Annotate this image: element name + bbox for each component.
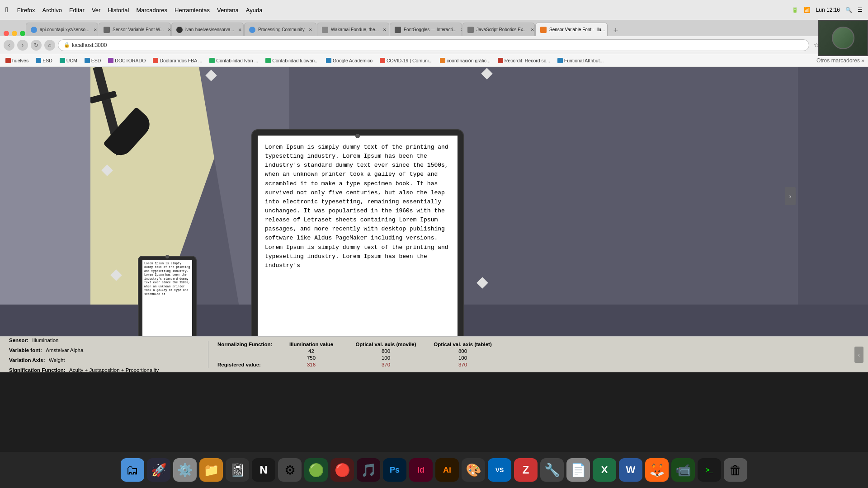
bookmark-1[interactable]: ESD: [34, 57, 54, 64]
info-bar-arrow[interactable]: ‹: [854, 347, 863, 363]
dock-word[interactable]: W: [619, 458, 642, 482]
bookmark-label-6: Contabilidad Iván ...: [216, 58, 258, 63]
lock-icon: 🔒: [64, 42, 70, 48]
minimize-button[interactable]: [12, 31, 17, 36]
bookmark-0[interactable]: huelves: [4, 57, 30, 64]
signification-value: Acuity + Juxtaposition + Proportionality: [69, 367, 159, 373]
dock-illustrator[interactable]: Ai: [435, 458, 459, 482]
bookmark-label-2: UCM: [66, 58, 77, 63]
dock-trash[interactable]: 🗑: [724, 458, 747, 482]
dock-system-prefs[interactable]: ⚙️: [173, 458, 197, 482]
bookmark-label-1: ESD: [42, 58, 52, 63]
forward-button[interactable]: ›: [17, 40, 28, 51]
tab-3[interactable]: Processing Community ✕: [244, 23, 316, 36]
bookmark-12[interactable]: Funtional Attribut...: [556, 57, 606, 64]
info-right: Normalizing Function: Illumination value…: [217, 342, 500, 367]
tab-close-4[interactable]: ✕: [382, 27, 388, 33]
tab-0[interactable]: api.countapi.xyz/senso... ✕: [26, 23, 98, 36]
tab-label-0: api.countapi.xyz/senso...: [40, 27, 90, 32]
variable-font-label: Variable font:: [9, 347, 42, 353]
menu-historial[interactable]: Historial: [108, 7, 129, 14]
menu-ayuda[interactable]: Ayuda: [246, 7, 263, 14]
new-tab-button[interactable]: +: [610, 24, 622, 36]
tab-close-1[interactable]: ✕: [166, 27, 171, 33]
bookmark-8[interactable]: Google Académico: [324, 57, 374, 64]
info-table-row2: 750 100 100: [217, 355, 500, 361]
dock-photoshop[interactable]: Ps: [383, 458, 406, 482]
bookmark-6[interactable]: Contabilidad Iván ...: [208, 57, 260, 64]
menu-icon[interactable]: ☰: [858, 7, 863, 13]
dock-app8[interactable]: 🟢: [304, 458, 328, 482]
tab-close-2[interactable]: ✕: [237, 27, 243, 33]
dock-launchpad[interactable]: 🚀: [147, 458, 170, 482]
maximize-button[interactable]: [20, 31, 25, 36]
dock-excel[interactable]: X: [593, 458, 616, 482]
bookmarks-more[interactable]: Otros marcadores »: [816, 57, 864, 64]
dock-vscode[interactable]: VS: [488, 458, 511, 482]
dock-notes[interactable]: 📓: [226, 458, 249, 482]
dock-music[interactable]: 🎵: [357, 458, 380, 482]
dock-app9[interactable]: 🔴: [330, 458, 354, 482]
tab-close-0[interactable]: ✕: [92, 27, 98, 33]
bookmark-10[interactable]: coordinación gráfic...: [438, 57, 492, 64]
dock-terminal[interactable]: >_: [698, 458, 721, 482]
sensor-row: Sensor: Illumination: [9, 336, 199, 344]
bookmark-2[interactable]: UCM: [58, 57, 79, 64]
browser-content: Lorem Ipsum is simply dummy text of the …: [0, 67, 868, 336]
search-icon[interactable]: 🔍: [845, 7, 852, 13]
tab-favicon-7: [540, 27, 547, 33]
tab-favicon-2: [176, 27, 183, 33]
menu-editar[interactable]: Editar: [69, 7, 85, 14]
dock-indesign[interactable]: Id: [409, 458, 433, 482]
menu-herramientas[interactable]: Herramientas: [175, 7, 210, 14]
dock-app17[interactable]: 🔧: [540, 458, 564, 482]
bookmark-favicon-6: [209, 58, 215, 63]
bookmark-favicon-10: [440, 58, 445, 63]
menu-firefox[interactable]: Firefox: [17, 7, 35, 14]
left-wall: [0, 67, 90, 336]
webcam-overlay: [818, 20, 868, 56]
dock-finder[interactable]: 🗂: [121, 458, 144, 482]
next-button[interactable]: ›: [785, 187, 796, 205]
tab-4[interactable]: Wakamai Fondue, the... ✕: [317, 23, 389, 36]
menu-ventana[interactable]: Ventana: [217, 7, 239, 14]
dock-app7[interactable]: ⚙: [278, 458, 302, 482]
tablet-small-text: Lorem Ipsum is simply dummy text of the …: [144, 262, 190, 296]
menu-archivo[interactable]: Archivo: [42, 7, 62, 14]
tab-2[interactable]: ivan-huelves/sensorva... ✕: [171, 23, 244, 36]
tab-1[interactable]: Sensor Variable Font W... ✕: [99, 23, 171, 36]
menu-marcadores[interactable]: Marcadores: [136, 7, 167, 14]
menu-ver[interactable]: Ver: [92, 7, 101, 14]
bookmark-4[interactable]: DOCTORADO: [106, 57, 147, 64]
close-button[interactable]: [4, 31, 9, 36]
tab-close-6[interactable]: ✕: [529, 27, 535, 33]
bookmark-9[interactable]: COVID-19 | Comuni...: [378, 57, 434, 64]
dock-app4[interactable]: 📁: [199, 458, 223, 482]
reload-button[interactable]: ↻: [31, 40, 42, 51]
tab-close-3[interactable]: ✕: [307, 27, 314, 33]
bookmark-3[interactable]: ESD: [83, 57, 103, 64]
tab-6[interactable]: JavaScript Robotics Ex... ✕: [462, 23, 535, 36]
tab-7[interactable]: Sensor Variable Font - Illu... ✕: [535, 23, 608, 36]
bookmark-5[interactable]: Doctorandos FBA ...: [151, 57, 204, 64]
tab-5[interactable]: FontGoggles — Interacti... ✕: [390, 23, 462, 36]
dock-app16[interactable]: Z: [514, 458, 538, 482]
info-bar: Sensor: Illumination Variable font: Amst…: [0, 336, 868, 372]
dock-files[interactable]: 📄: [566, 458, 590, 482]
dock-app14[interactable]: 🎨: [462, 458, 485, 482]
dock-facetime[interactable]: 📹: [671, 458, 695, 482]
dock-notion[interactable]: N: [252, 458, 275, 482]
bookmark-7[interactable]: Contabilidad lucivan...: [264, 57, 321, 64]
info-table-row1: 42 800 800: [217, 348, 500, 354]
tab-close-5[interactable]: ✕: [459, 27, 462, 33]
info-left: Sensor: Illumination Variable font: Amst…: [9, 336, 199, 374]
url-bar[interactable]: 🔒 localhost:3000: [58, 39, 809, 51]
apple-menu[interactable]: : [5, 6, 8, 14]
row1-val2: 800: [346, 348, 425, 354]
back-button[interactable]: ‹: [4, 40, 14, 51]
bookmark-favicon-3: [85, 58, 90, 63]
home-button[interactable]: ⌂: [44, 40, 55, 51]
bookmark-11[interactable]: Recordit: Record sc...: [496, 57, 552, 64]
webcam-content: [819, 21, 867, 55]
dock-firefox[interactable]: 🦊: [645, 458, 669, 482]
